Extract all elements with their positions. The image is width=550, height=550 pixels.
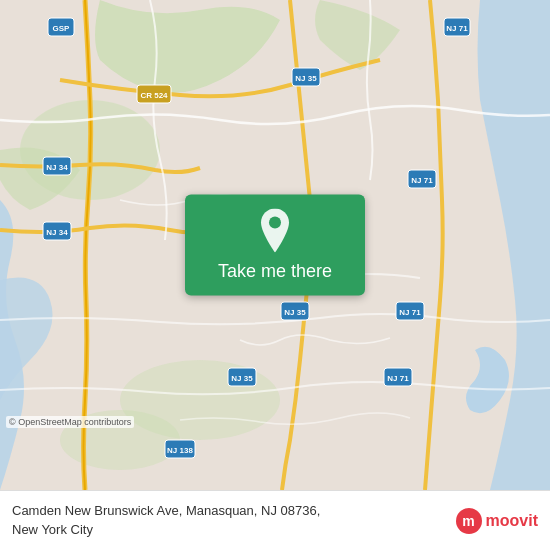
address-line1: Camden New Brunswick Ave, Manasquan, NJ … <box>12 503 320 518</box>
svg-text:NJ 71: NJ 71 <box>446 24 468 33</box>
svg-text:NJ 35: NJ 35 <box>231 374 253 383</box>
svg-text:NJ 71: NJ 71 <box>399 308 421 317</box>
bottom-bar: Camden New Brunswick Ave, Manasquan, NJ … <box>0 490 550 550</box>
svg-text:NJ 35: NJ 35 <box>284 308 306 317</box>
svg-text:NJ 35: NJ 35 <box>295 74 317 83</box>
location-pin-icon <box>257 209 293 253</box>
moovit-m-badge: m <box>456 508 482 534</box>
svg-text:GSP: GSP <box>53 24 71 33</box>
moovit-logo: m moovit <box>456 508 538 534</box>
svg-text:NJ 138: NJ 138 <box>167 446 193 455</box>
svg-point-28 <box>269 217 281 229</box>
osm-attribution: © OpenStreetMap contributors <box>6 416 134 428</box>
svg-text:NJ 71: NJ 71 <box>387 374 409 383</box>
svg-text:NJ 71: NJ 71 <box>411 176 433 185</box>
svg-text:CR 524: CR 524 <box>140 91 168 100</box>
svg-text:NJ 34: NJ 34 <box>46 228 68 237</box>
address-text: Camden New Brunswick Ave, Manasquan, NJ … <box>12 502 448 538</box>
address-line2: New York City <box>12 522 93 537</box>
map-container: GSP NJ 71 CR 524 NJ 35 NJ 34 NJ 71 NJ 34… <box>0 0 550 490</box>
take-me-there-button[interactable]: Take me there <box>185 195 365 296</box>
take-me-there-label: Take me there <box>218 261 332 282</box>
svg-text:NJ 34: NJ 34 <box>46 163 68 172</box>
moovit-text: moovit <box>486 512 538 530</box>
